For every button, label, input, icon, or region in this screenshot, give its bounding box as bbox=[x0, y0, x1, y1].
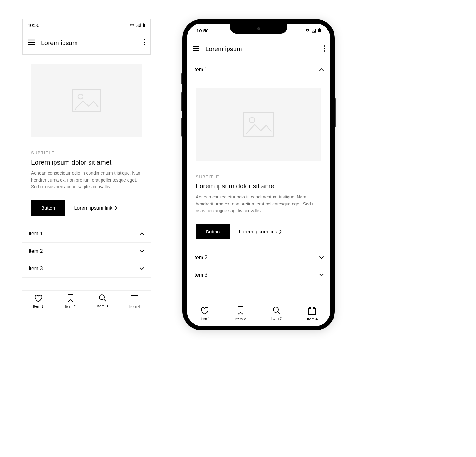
calendar-icon bbox=[130, 294, 139, 303]
bookmark-icon bbox=[237, 306, 244, 315]
chevron-up-icon bbox=[319, 68, 324, 71]
accordion-label: Item 1 bbox=[29, 231, 43, 237]
wifi-icon bbox=[130, 23, 134, 27]
bookmark-icon bbox=[67, 294, 74, 303]
chevron-down-icon bbox=[139, 267, 144, 270]
accordion-label: Item 2 bbox=[29, 248, 43, 254]
nav-item-3[interactable]: Item 3 bbox=[97, 294, 108, 309]
primary-button[interactable]: Button bbox=[31, 200, 65, 216]
signal-icon bbox=[136, 23, 141, 27]
menu-button[interactable] bbox=[192, 45, 200, 53]
nav-item-2[interactable]: Item 2 bbox=[65, 294, 76, 309]
app-bar: Lorem ipsum bbox=[22, 31, 151, 55]
heart-icon bbox=[34, 294, 43, 302]
chevron-down-icon bbox=[319, 256, 324, 259]
camera-icon bbox=[257, 27, 260, 30]
nav-item-1[interactable]: Item 1 bbox=[33, 294, 43, 309]
card-subtitle: SUBTITLE bbox=[196, 174, 321, 179]
heart-icon bbox=[200, 306, 209, 315]
chevron-down-icon bbox=[139, 250, 144, 253]
image-icon bbox=[243, 112, 274, 137]
device-side-button bbox=[181, 73, 182, 84]
chevron-up-icon bbox=[139, 232, 144, 235]
accordion-item-3[interactable]: Item 3 bbox=[187, 266, 330, 284]
accordion-item-3[interactable]: Item 3 bbox=[22, 260, 151, 278]
calendar-icon bbox=[308, 306, 317, 315]
status-time: 10:50 bbox=[196, 28, 208, 33]
accordion-item-2[interactable]: Item 2 bbox=[187, 249, 330, 266]
overflow-button[interactable] bbox=[143, 39, 145, 47]
nav-label: Item 4 bbox=[129, 305, 140, 309]
menu-button[interactable] bbox=[28, 39, 35, 47]
nav-label: Item 3 bbox=[97, 304, 108, 308]
nav-label: Item 1 bbox=[33, 304, 43, 309]
nav-label: Item 2 bbox=[235, 317, 246, 321]
accordion-label: Item 1 bbox=[193, 67, 207, 72]
battery-icon bbox=[318, 28, 321, 33]
primary-button[interactable]: Button bbox=[196, 224, 230, 239]
overflow-button[interactable] bbox=[323, 45, 325, 53]
app-title: Lorem ipsum bbox=[41, 39, 138, 47]
accordion-label: Item 2 bbox=[193, 255, 207, 260]
wifi-icon bbox=[305, 29, 310, 33]
app-bar: Lorem ipsum bbox=[187, 37, 330, 61]
nav-label: Item 4 bbox=[307, 317, 318, 321]
bottom-nav: Item 1 Item 2 Item 3 Item 4 bbox=[187, 303, 330, 326]
card-link-label: Lorem ipsum link bbox=[74, 205, 112, 211]
chevron-down-icon bbox=[319, 273, 324, 277]
battery-icon bbox=[142, 23, 145, 28]
accordion-label: Item 3 bbox=[193, 272, 207, 278]
image-icon bbox=[72, 89, 101, 112]
chevron-right-icon bbox=[279, 229, 282, 234]
image-placeholder bbox=[196, 88, 321, 161]
nav-item-3[interactable]: Item 3 bbox=[271, 306, 282, 321]
search-icon bbox=[272, 306, 281, 314]
mockup-flat: 10:50 Lorem ipsum SUBTITLE Lorem ipsum d… bbox=[22, 19, 151, 313]
device-side-button bbox=[181, 118, 182, 137]
device-frame: 10:50 Lorem ipsum Item 1 bbox=[182, 19, 335, 330]
accordion-item-1[interactable]: Item 1 bbox=[187, 61, 330, 78]
nav-label: Item 2 bbox=[65, 305, 76, 309]
card-link[interactable]: Lorem ipsum link bbox=[74, 205, 117, 211]
device-side-button bbox=[335, 98, 336, 127]
nav-item-4[interactable]: Item 4 bbox=[129, 294, 140, 309]
image-placeholder bbox=[31, 64, 142, 137]
signal-icon bbox=[312, 29, 316, 33]
card-subtitle: SUBTITLE bbox=[31, 151, 142, 155]
card-title: Lorem ipsum dolor sit amet bbox=[196, 182, 321, 190]
accordion-label: Item 3 bbox=[29, 266, 43, 272]
chevron-right-icon bbox=[114, 205, 117, 211]
app-title: Lorem ipsum bbox=[205, 45, 318, 53]
search-icon bbox=[98, 294, 107, 302]
nav-label: Item 3 bbox=[271, 316, 282, 321]
card-title: Lorem ipsum dolor sit amet bbox=[31, 158, 142, 166]
status-time: 10:50 bbox=[28, 23, 40, 28]
accordion-item-2[interactable]: Item 2 bbox=[22, 243, 151, 260]
bottom-nav: Item 1 Item 2 Item 3 Item 4 bbox=[22, 290, 151, 313]
nav-item-4[interactable]: Item 4 bbox=[307, 306, 318, 321]
nav-item-2[interactable]: Item 2 bbox=[235, 306, 246, 321]
card-description: Aenean consectetur odio in condimentum t… bbox=[31, 170, 142, 191]
card-description: Aenean consectetur odio in condimentum t… bbox=[196, 194, 321, 214]
nav-label: Item 1 bbox=[200, 317, 210, 321]
nav-item-1[interactable]: Item 1 bbox=[200, 306, 210, 321]
status-bar: 10:50 bbox=[22, 19, 151, 31]
accordion-item-1[interactable]: Item 1 bbox=[22, 225, 151, 243]
device-notch bbox=[230, 24, 287, 34]
device-side-button bbox=[181, 92, 182, 111]
card-link-label: Lorem ipsum link bbox=[239, 229, 277, 235]
card-link[interactable]: Lorem ipsum link bbox=[239, 229, 282, 235]
